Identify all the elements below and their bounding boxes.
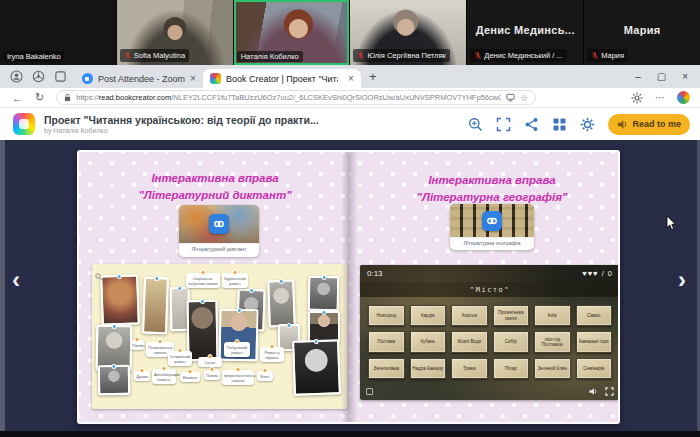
game-card-grid: НовгородКардіаХерсонПрометеєва скеляКиїв… bbox=[368, 305, 612, 379]
genre-label-chip[interactable]: Поема bbox=[204, 370, 220, 380]
pin-dot bbox=[278, 279, 283, 284]
participant-tile[interactable]: Юлія Сергіївна Петляк bbox=[350, 0, 466, 65]
author-portrait-card[interactable] bbox=[100, 274, 140, 325]
embedded-exercise-literary-dictation[interactable]: Соціально-побутова поемаБурлескний роман… bbox=[92, 264, 347, 409]
genre-label-chip[interactable]: Імпресіоністична новела bbox=[222, 370, 254, 385]
expand-icon[interactable] bbox=[605, 387, 614, 396]
left-page-heading: Інтерактивна вправа "Літературний диктан… bbox=[95, 170, 335, 203]
browser-address-bar: ← ↻ https://read.bookcreator.com/NLEY2LC… bbox=[0, 88, 700, 108]
participant-tile[interactable]: Iryna Bakalenko bbox=[0, 0, 116, 65]
lock-icon[interactable] bbox=[64, 93, 71, 102]
author-portrait-card[interactable] bbox=[308, 311, 340, 343]
fullscreen-icon[interactable] bbox=[496, 117, 511, 132]
genre-label-chip[interactable]: Поезія bbox=[130, 340, 144, 350]
extensions-gear-icon[interactable] bbox=[631, 92, 643, 104]
city-card[interactable]: Трава bbox=[451, 358, 488, 379]
browser-tab-strip: Post Attendee - Zoom × Book Creator | Пр… bbox=[0, 65, 700, 88]
link-card-literary-dictation[interactable]: Літературний диктант bbox=[179, 205, 259, 257]
bookmark-star-icon[interactable]: ☆ bbox=[520, 93, 528, 103]
overflow-menu-icon[interactable]: ⋯ bbox=[655, 92, 665, 103]
city-card[interactable]: Жовті Води bbox=[451, 331, 488, 352]
participant-tile-active-speaker[interactable]: Наталія Кобилко bbox=[234, 0, 350, 65]
city-card[interactable]: Прометеєва скеля bbox=[493, 305, 530, 326]
participant-name: Юлія Сергіївна Петляк bbox=[367, 52, 445, 60]
genre-label-chip[interactable]: Новела bbox=[180, 372, 200, 382]
game-top-bar: 0:13 ♥♥♥ / 0 bbox=[360, 265, 620, 282]
genre-label-chip[interactable]: Епос bbox=[257, 371, 273, 381]
participant-name-label: Sofia Malyutina bbox=[120, 49, 189, 62]
url-field[interactable]: https://read.bookcreator.com/NLEY2LCCF1f… bbox=[56, 90, 536, 105]
genre-label-chip[interactable]: Бурлескний роман bbox=[222, 273, 248, 288]
genre-label-chip[interactable]: Роман у віршах bbox=[260, 347, 284, 362]
genre-label-chip[interactable]: Соціально-побутова поема bbox=[186, 273, 220, 288]
close-icon[interactable]: × bbox=[190, 73, 196, 84]
participant-name-label: Денис Мединський / ... bbox=[470, 49, 566, 62]
author-portrait-card[interactable] bbox=[98, 365, 131, 396]
author-portrait-card[interactable] bbox=[267, 280, 296, 328]
tab-title: Post Attendee - Zoom bbox=[98, 74, 185, 84]
city-card[interactable]: Зелений Клин bbox=[534, 358, 571, 379]
close-icon[interactable]: × bbox=[348, 73, 354, 84]
minimize-icon[interactable]: – bbox=[635, 71, 641, 82]
genre-label-chip[interactable]: Історичний роман bbox=[168, 351, 192, 366]
game-info-icon[interactable] bbox=[366, 388, 373, 395]
game-timer: 0:13 bbox=[367, 269, 383, 278]
prev-page-chevron[interactable]: ‹ bbox=[12, 268, 20, 292]
participant-tile[interactable]: Мария Мария bbox=[584, 0, 700, 65]
city-card[interactable]: Кардіа bbox=[410, 305, 447, 326]
city-card[interactable]: Кавказькі гори bbox=[576, 331, 613, 352]
apps-grid-icon[interactable] bbox=[552, 117, 567, 132]
participant-name-label: Мария bbox=[587, 49, 628, 62]
tab-zoom-post-attendee[interactable]: Post Attendee - Zoom × bbox=[75, 69, 203, 88]
reload-icon[interactable]: ↻ bbox=[35, 91, 44, 104]
city-card[interactable]: Новгород bbox=[368, 305, 405, 326]
send-to-device-icon[interactable] bbox=[506, 93, 515, 102]
city-card[interactable]: Кубань bbox=[410, 331, 447, 352]
city-card[interactable]: Зачепилівка bbox=[368, 358, 405, 379]
city-card[interactable]: ліси під Полтавою bbox=[534, 331, 571, 352]
genre-label-chip[interactable]: Побутовий роман bbox=[224, 342, 250, 357]
pin-dot bbox=[112, 324, 117, 329]
bookcreator-logo bbox=[13, 113, 35, 135]
share-icon[interactable] bbox=[524, 117, 539, 132]
profile-person-icon[interactable] bbox=[10, 70, 23, 83]
zoom-in-icon[interactable] bbox=[468, 117, 483, 132]
participant-tile[interactable]: Денис Мединсь... Денис Мединський / ... bbox=[467, 0, 583, 65]
link-card-literary-geography[interactable]: Літературна географія bbox=[450, 204, 534, 250]
embedded-exercise-misto-game[interactable]: 0:13 ♥♥♥ / 0 "Місто" НовгородКардіаХерсо… bbox=[360, 265, 620, 400]
city-card[interactable]: Полтава bbox=[368, 331, 405, 352]
genre-label-chip[interactable]: Сонет bbox=[198, 357, 222, 367]
author-portrait-card[interactable] bbox=[142, 277, 169, 335]
window-bottom-edge bbox=[0, 431, 700, 437]
pin-dot bbox=[111, 364, 116, 369]
maximize-icon[interactable]: ▢ bbox=[657, 71, 666, 82]
city-card[interactable]: Пілар bbox=[493, 358, 530, 379]
city-card[interactable]: Самос bbox=[576, 305, 613, 326]
city-card[interactable]: Київ bbox=[534, 305, 571, 326]
profile-avatar[interactable] bbox=[677, 91, 690, 104]
match-dot bbox=[236, 367, 241, 372]
match-dot bbox=[270, 344, 275, 349]
participant-tile[interactable]: Sofia Malyutina bbox=[117, 0, 233, 65]
settings-gear-icon[interactable] bbox=[580, 117, 595, 132]
match-dot bbox=[208, 354, 213, 359]
tab-title: Book Creator | Проект "Читанн bbox=[226, 74, 338, 84]
pin-dot bbox=[199, 299, 204, 304]
new-tab-button[interactable]: + bbox=[369, 69, 377, 84]
next-page-chevron[interactable]: › bbox=[678, 268, 686, 292]
city-card[interactable]: Сибір bbox=[493, 331, 530, 352]
tab-book-creator[interactable]: Book Creator | Проект "Читанн × bbox=[203, 69, 361, 88]
window-close-icon[interactable]: × bbox=[682, 71, 688, 82]
city-card[interactable]: Херсон bbox=[451, 305, 488, 326]
author-portrait-card[interactable] bbox=[308, 276, 340, 312]
sound-icon[interactable] bbox=[589, 387, 598, 396]
genre-label-chip[interactable]: Автобіографічна повість bbox=[152, 369, 176, 384]
back-icon[interactable]: ← bbox=[12, 92, 23, 104]
read-to-me-button[interactable]: Read to me bbox=[608, 114, 690, 135]
genre-label-chip[interactable]: Драма bbox=[134, 371, 150, 381]
browser-hub-icon[interactable] bbox=[32, 70, 45, 83]
city-card[interactable]: Надра Кавказу bbox=[410, 358, 447, 379]
city-card[interactable]: Семінарія bbox=[576, 358, 613, 379]
window-restore-icon[interactable] bbox=[54, 70, 67, 83]
author-portrait-card[interactable] bbox=[292, 339, 341, 396]
